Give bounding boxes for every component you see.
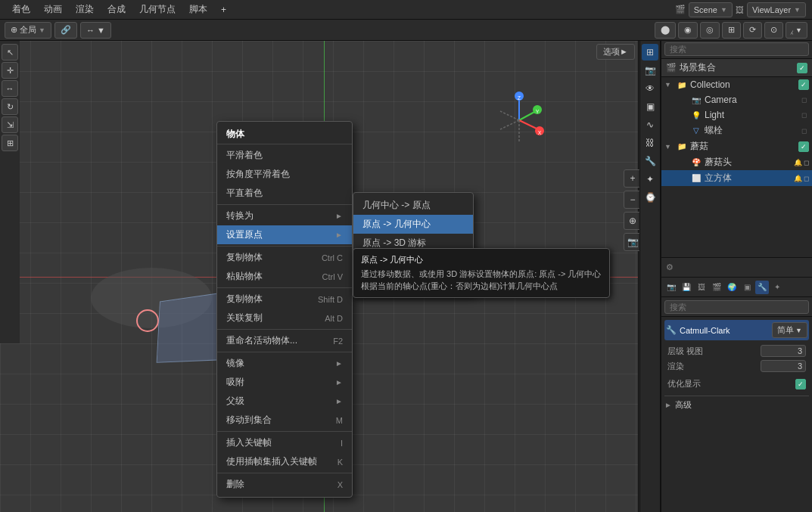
mushroom-col-checkbox[interactable]: ✓ — [798, 141, 809, 152]
ctx-dup-obj[interactable]: 复制物体 Shift D — [217, 290, 352, 309]
optimize-checkbox[interactable]: ✓ — [795, 379, 806, 389]
ctx-smooth-angle[interactable]: 按角度平滑着色 — [217, 165, 352, 184]
viewlayer-dropdown[interactable]: ViewLayer ▼ — [747, 2, 806, 17]
mushroom-col-collapse: ▼ — [664, 143, 674, 150]
menu-geometry-nodes[interactable]: 几何节点 — [133, 2, 182, 17]
ctx-copy-shortcut: Ctrl C — [322, 253, 343, 262]
menu-shading[interactable]: 着色 — [6, 2, 36, 17]
rpanel-view-icon[interactable]: 👁 — [642, 80, 658, 97]
props-search-input[interactable] — [664, 300, 809, 314]
props-view-icon[interactable]: 🖼 — [695, 281, 708, 294]
snap-btn[interactable]: 🔗 — [54, 22, 77, 39]
move-tool[interactable]: ↔ — [2, 80, 18, 97]
context-menu: 物体 平滑着色 按角度平滑着色 平直着色 转换为 ► 设置原点 ► 复制物体 C… — [216, 121, 353, 498]
props-world-icon[interactable]: 🌍 — [725, 281, 739, 294]
ctx-insert-keyframe[interactable]: 插入关键帧 I — [217, 433, 352, 452]
outliner-bolt[interactable]: ▽ 螺栓 ◻ — [661, 123, 812, 138]
ctx-paste-shortcut: Ctrl V — [322, 272, 344, 281]
ctx-rename[interactable]: 重命名活动物体... F2 — [217, 331, 352, 350]
scale-tool[interactable]: ⇲ — [2, 116, 18, 133]
scene-visible-checkbox[interactable]: ✓ — [797, 63, 807, 73]
collection-icons: ✓ — [798, 79, 809, 90]
viewport-shading-render[interactable]: ◎ — [700, 22, 720, 39]
ctx-set-origin[interactable]: 设置原点 ► — [217, 225, 352, 244]
ctx-delete[interactable]: 删除 X — [217, 475, 352, 494]
rpanel-render-icon[interactable]: 📷 — [642, 62, 658, 79]
simple-btn[interactable]: 简单 ▼ — [772, 322, 807, 338]
sub-geo-to-origin[interactable]: 几何中心 -> 原点 — [353, 196, 473, 215]
menu-animation[interactable]: 动画 — [38, 2, 68, 17]
simple-label: 简单 — [777, 324, 794, 336]
ctx-paste-obj[interactable]: 粘贴物体 Ctrl V — [217, 267, 352, 286]
rpanel-constrain-icon[interactable]: ⛓ — [642, 135, 658, 151]
ctx-move-shortcut: M — [336, 416, 343, 425]
menu-add[interactable]: + — [215, 3, 232, 17]
ctx-copy-obj[interactable]: 复制物体 Ctrl C — [217, 248, 352, 267]
ctx-sep3 — [217, 287, 352, 288]
outliner-mushroom-head[interactable]: 🍄 蘑菇头 🔔 ◻ — [661, 154, 812, 170]
context-menu-title: 物体 — [217, 125, 352, 144]
global-mode-btn[interactable]: ⊕ 全局 ▼ — [5, 22, 51, 39]
outliner-camera[interactable]: 📷 Camera ◻ — [661, 92, 812, 107]
outliner-light[interactable]: 💡 Light ◻ — [661, 107, 812, 123]
props-scene-icon[interactable]: 🎬 — [710, 281, 723, 294]
ctx-convert-to[interactable]: 转换为 ► — [217, 206, 352, 225]
ctx-flat-shade[interactable]: 平直着色 — [217, 184, 352, 203]
select-tool[interactable]: ↖ — [2, 44, 18, 61]
rpanel-modifier2-icon[interactable]: 🔧 — [642, 153, 658, 169]
top-menubar: 着色 动画 渲染 合成 几何节点 脚本 + 🎬 Scene ▼ 🖼 ViewLa… — [0, 0, 812, 20]
ctx-insert-keyframe-set[interactable]: 使用插帧集插入关键帧 K — [217, 452, 352, 471]
rpanel-item-icon[interactable]: ⊞ — [642, 44, 658, 61]
outliner-search-input[interactable] — [664, 42, 809, 56]
dropdown-arrow: ▼ — [39, 26, 45, 34]
ctx-snap[interactable]: 吸附 ► — [217, 373, 352, 392]
mushroom-col-icon: 📁 — [676, 141, 688, 153]
collection-checkbox[interactable]: ✓ — [798, 79, 809, 90]
props-object-icon[interactable]: ▣ — [740, 281, 754, 294]
rpanel-phys-icon[interactable]: ∿ — [642, 116, 658, 133]
advanced-section[interactable]: ► 高级 — [664, 396, 809, 411]
viewport-gizmos[interactable]: ⟳ — [743, 22, 762, 39]
levels-vp-value[interactable]: 3 — [761, 345, 806, 357]
proportional-edit[interactable]: ⊙ — [764, 22, 783, 39]
collection-name: Collection — [690, 79, 796, 90]
rpanel-anim-icon[interactable]: ⌚ — [642, 189, 658, 206]
options-button[interactable]: 选项► — [596, 44, 635, 60]
menu-composite[interactable]: 合成 — [101, 2, 132, 17]
rpanel-obj-icon[interactable]: ▣ — [642, 98, 658, 115]
rotate-tool[interactable]: ↻ — [2, 98, 18, 115]
props-search — [661, 297, 812, 317]
levels-render-value[interactable]: 3 — [761, 360, 806, 372]
modifier-icon: 🔧 — [666, 325, 677, 335]
svg-text:Z: Z — [518, 95, 521, 101]
snap-dropdown[interactable]: ⁁▼ — [786, 22, 807, 39]
ctx-parent[interactable]: 父级 ► — [217, 392, 352, 411]
viewport-gizmo[interactable]: Z Y X — [489, 90, 549, 150]
light-name: Light — [705, 110, 796, 120]
sub-origin-to-geo[interactable]: 原点 -> 几何中心 — [353, 215, 473, 234]
props-modifier-icon[interactable]: 🔧 — [755, 281, 769, 294]
ctx-mirror[interactable]: 镜像 ► — [217, 354, 352, 373]
transform-btn[interactable]: ↔ ▼ — [80, 22, 111, 39]
ctx-link-dup[interactable]: 关联复制 Alt D — [217, 309, 352, 327]
outliner-collection[interactable]: ▼ 📁 Collection ✓ — [661, 77, 812, 92]
ctx-sep4 — [217, 329, 352, 330]
transform-tool[interactable]: ⊞ — [2, 135, 18, 151]
viewport-shading-solid[interactable]: ⬤ — [655, 22, 676, 39]
ctx-move-collection[interactable]: 移动到集合 M — [217, 411, 352, 430]
menu-scripting[interactable]: 脚本 — [183, 2, 213, 17]
props-particles-icon[interactable]: ✦ — [770, 281, 784, 294]
outliner-cube[interactable]: ⬜ 立方体 🔔 ◻ — [661, 170, 812, 186]
menu-render[interactable]: 渲染 — [70, 2, 100, 17]
viewport-shading-mat[interactable]: ◉ — [678, 22, 698, 39]
light-icon: 💡 — [690, 109, 702, 121]
ctx-smooth-shade[interactable]: 平滑着色 — [217, 146, 352, 165]
ctx-parent-arrow: ► — [335, 397, 343, 405]
rpanel-particle-icon[interactable]: ✦ — [642, 171, 658, 188]
scene-dropdown[interactable]: Scene ▼ — [689, 2, 733, 17]
cursor-tool[interactable]: ✛ — [2, 62, 18, 79]
viewport-overlays[interactable]: ⊞ — [722, 22, 741, 39]
outliner-mushroom-collection[interactable]: ▼ 📁 蘑菇 ✓ — [661, 138, 812, 154]
props-render-icon[interactable]: 📷 — [664, 281, 678, 294]
props-output-icon[interactable]: 💾 — [680, 281, 693, 294]
